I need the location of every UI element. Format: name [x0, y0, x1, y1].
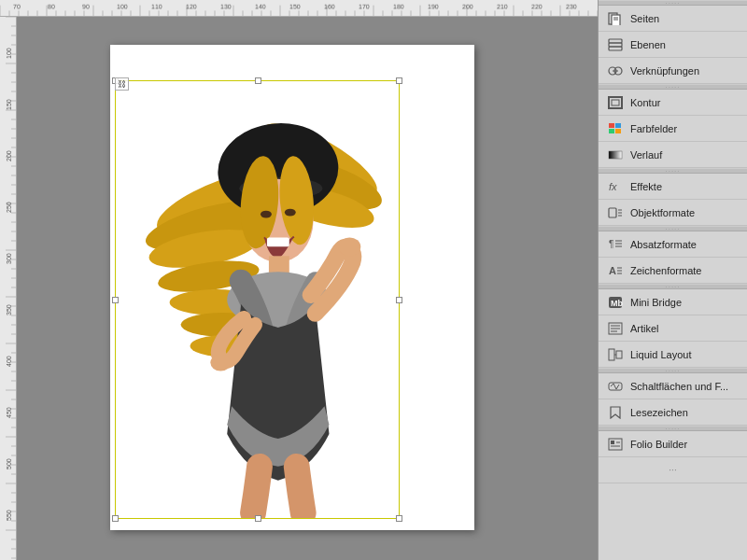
sidebar-item-schaltflaechen[interactable]: Schaltflächen und F... [599, 373, 747, 399]
svg-rect-39 [609, 151, 622, 159]
verknuepfungen-label: Verknüpfungen [630, 65, 699, 77]
layers-icon [606, 37, 625, 52]
sidebar-item-objektformate[interactable]: Objektformate [599, 200, 747, 226]
svg-rect-35 [609, 123, 614, 128]
handle-tm[interactable] [255, 77, 261, 84]
handle-mr[interactable] [396, 297, 402, 303]
liquid-layout-label: Liquid Layout [630, 349, 691, 360]
svg-point-16 [261, 211, 272, 218]
svg-rect-38 [615, 129, 621, 133]
effekte-label: Effekte [630, 181, 662, 192]
artikel-label: Artikel [630, 323, 659, 334]
sidebar-item-folio-builder[interactable]: Folio Builder [599, 431, 747, 457]
canvas-with-ruler: ⛓ [0, 17, 598, 560]
svg-point-21 [338, 237, 360, 256]
objektformate-label: Objektformate [630, 207, 695, 218]
svg-point-22 [210, 355, 231, 371]
svg-rect-37 [609, 129, 614, 133]
ebenen-label: Ebenen [630, 39, 666, 50]
svg-rect-33 [609, 97, 622, 108]
ruler-left [0, 17, 17, 560]
absatzformate-label: Absatzformate [630, 239, 697, 250]
lesezeichen-label: Lesezeichen [630, 407, 688, 418]
buttons-icon [606, 379, 625, 394]
schaltflaechen-label: Schaltflächen und F... [630, 381, 728, 392]
canvas-content[interactable]: ⛓ [17, 17, 598, 560]
article-icon [606, 321, 625, 336]
image-frame[interactable] [115, 80, 400, 519]
sidebar-item-verlauf[interactable]: Verlauf [599, 142, 747, 168]
sidebar-item-kontur[interactable]: Kontur [599, 90, 747, 116]
sidebar-item-artikel[interactable]: Artikel [599, 315, 747, 342]
paragraph-styles-icon: ¶ [606, 237, 625, 252]
handle-ml[interactable] [112, 297, 119, 303]
effects-icon: fx [606, 179, 625, 194]
seiten-label: Seiten [630, 13, 659, 24]
canvas-area: ⛓ [0, 0, 598, 560]
sidebar: Seiten Ebenen Verknüpfungen Kontur Farbf… [598, 0, 747, 560]
handle-tr[interactable] [396, 77, 402, 84]
svg-line-63 [613, 384, 616, 389]
bookmarks-icon [606, 405, 625, 420]
svg-rect-59 [609, 349, 614, 360]
pages-icon [606, 11, 625, 26]
mini-bridge-icon: Mb [606, 295, 625, 310]
ruler-left-canvas [0, 17, 17, 560]
folio-icon [606, 437, 625, 452]
folio-builder-label: Folio Builder [630, 439, 687, 450]
svg-text:Mb: Mb [611, 299, 623, 308]
svg-rect-36 [615, 123, 621, 128]
mini-bridge-label: Mini Bridge [630, 297, 682, 308]
svg-line-64 [616, 385, 619, 389]
swatches-icon [606, 121, 625, 136]
sidebar-item-liquid-layout[interactable]: Liquid Layout [599, 342, 747, 368]
sidebar-item-seiten[interactable]: Seiten [599, 6, 747, 32]
ruler-top [0, 0, 598, 17]
svg-rect-18 [267, 237, 289, 246]
sidebar-item-absatzformate[interactable]: ¶ Absatzformate [599, 231, 747, 258]
zeichenformate-label: Zeichenformate [630, 265, 701, 276]
svg-text:A: A [609, 265, 616, 276]
sidebar-item-mini-bridge[interactable]: Mb Mini Bridge [599, 289, 747, 315]
svg-text:¶: ¶ [609, 239, 613, 249]
svg-point-17 [285, 209, 296, 217]
kontur-label: Kontur [630, 97, 660, 108]
person-svg [116, 81, 399, 518]
sidebar-item-lesezeichen[interactable]: Lesezeichen [599, 399, 747, 426]
svg-rect-28 [609, 39, 622, 43]
frame-options-icon[interactable]: ⛓ [115, 77, 129, 91]
svg-rect-34 [612, 100, 619, 105]
verlauf-label: Verlauf [630, 149, 662, 161]
char-styles-icon: A [606, 263, 625, 278]
svg-line-62 [611, 384, 613, 386]
svg-rect-60 [616, 351, 622, 358]
sidebar-item-verknuepfungen[interactable]: Verknüpfungen [599, 58, 747, 84]
image-content [116, 81, 399, 518]
farbfelder-label: Farbfelder [630, 123, 677, 134]
svg-rect-41 [609, 208, 616, 217]
handle-br[interactable] [396, 515, 402, 522]
svg-rect-29 [609, 47, 622, 50]
sidebar-item-more[interactable]: ··· [599, 457, 747, 483]
handle-bl[interactable] [112, 515, 119, 522]
sidebar-item-ebenen[interactable]: Ebenen [599, 32, 747, 58]
gradient-icon [606, 147, 625, 162]
stroke-icon [606, 95, 625, 110]
svg-rect-66 [611, 441, 614, 444]
ruler-top-canvas [0, 0, 598, 16]
sidebar-item-effekte[interactable]: fx Effekte [599, 174, 747, 200]
liquid-icon [606, 347, 625, 362]
links-icon [606, 63, 625, 78]
sidebar-item-farbfelder[interactable]: Farbfelder [599, 116, 747, 142]
object-styles-icon [606, 205, 625, 220]
more-items-indicator: ··· [669, 465, 676, 475]
sidebar-item-zeichenformate[interactable]: A Zeichenformate [599, 258, 747, 284]
svg-text:fx: fx [609, 181, 617, 192]
handle-bm[interactable] [255, 515, 261, 522]
